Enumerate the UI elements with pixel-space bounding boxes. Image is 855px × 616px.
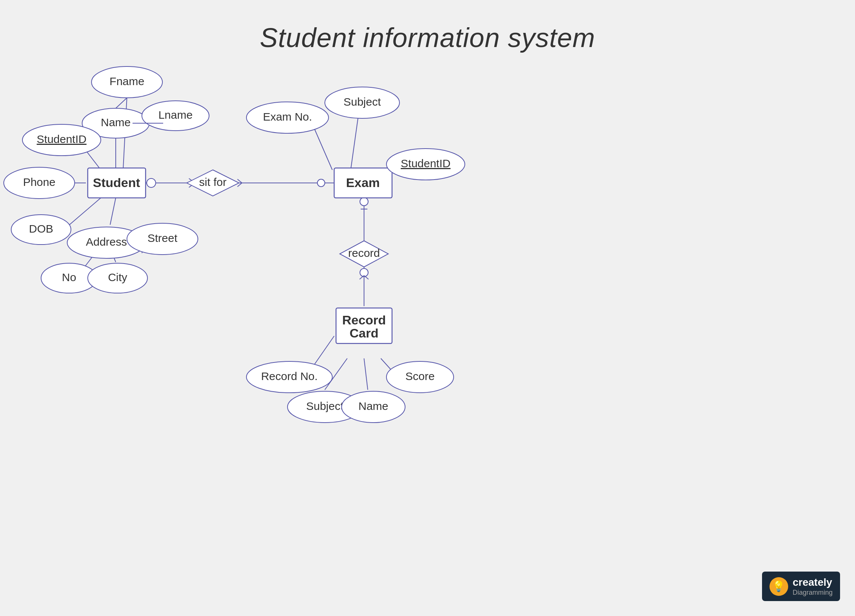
entity-student-label: Student (93, 175, 140, 190)
svg-line-5 (110, 198, 116, 225)
svg-point-23 (317, 179, 325, 187)
creately-icon: 💡 (769, 577, 788, 596)
svg-line-10 (351, 115, 359, 168)
attr-examno-label: Exam No. (263, 110, 312, 123)
attr-name-rc-label: Name (359, 400, 388, 412)
attr-dob-label: DOB (29, 222, 53, 235)
creately-title: creately (793, 576, 833, 589)
svg-point-29 (360, 268, 368, 277)
svg-line-33 (116, 98, 127, 108)
creately-subtitle: Diagramming (793, 589, 833, 597)
attr-lname-label: Lname (158, 109, 193, 121)
diagram-canvas: Student Exam Record Card sit for record … (0, 0, 855, 616)
attr-name-label: Name (101, 116, 131, 129)
svg-line-9 (314, 127, 332, 170)
entity-exam-label: Exam (346, 175, 380, 190)
attr-subject-rc-label: Subject (306, 400, 344, 412)
entity-recordcard-label1: Record (342, 313, 386, 327)
attr-phone-label: Phone (23, 176, 56, 188)
attr-street-label: Street (147, 232, 178, 244)
attr-recordno-label: Record No. (261, 370, 318, 382)
attr-city-label: City (108, 271, 127, 283)
entity-recordcard-label2: Card (349, 326, 378, 340)
svg-line-17 (364, 359, 368, 390)
creately-badge: 💡 creately Diagramming (762, 572, 840, 601)
attr-no-label: No (62, 271, 76, 283)
attr-subject-exam-label: Subject (343, 96, 381, 108)
svg-point-19 (147, 178, 156, 187)
rel-sitfor-label: sit for (199, 176, 226, 188)
svg-point-27 (360, 198, 368, 206)
attr-fname-label: Fname (109, 75, 144, 87)
attr-studentid-label: StudentID (37, 133, 86, 145)
rel-record-label: record (348, 247, 380, 259)
attr-studentid2-label: StudentID (401, 157, 450, 170)
attr-score-label: Score (406, 370, 435, 382)
attr-address-label: Address (86, 236, 127, 248)
